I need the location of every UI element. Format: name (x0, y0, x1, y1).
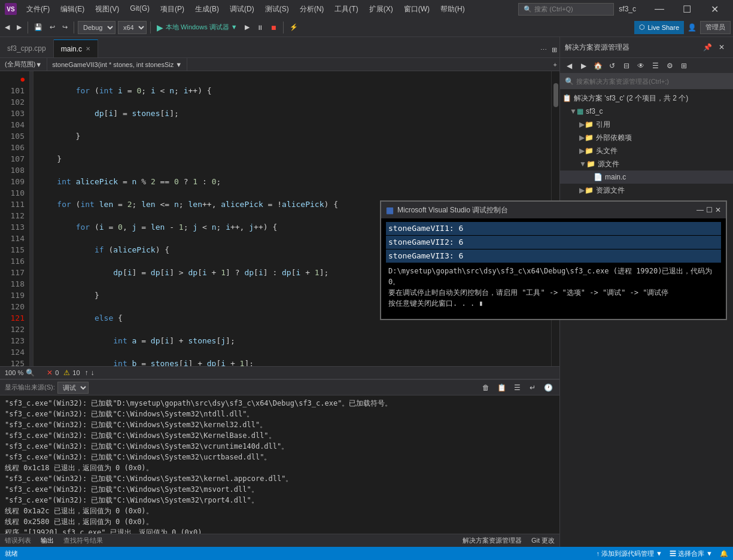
panel-tab-errors[interactable]: 错误列表 (5, 536, 31, 545)
se-filter-button[interactable]: ☰ (649, 59, 662, 72)
expand-icon: ▼ (579, 160, 586, 168)
panel-clear-button[interactable]: 🗑 (479, 381, 492, 394)
debug-hint-1: 要在调试停止时自动关闭控制台，请启用 "工具" -> "选项" -> "调试" … (386, 287, 721, 298)
se-search: 🔍 (560, 74, 733, 89)
notification-icon[interactable]: 🔔 (720, 550, 728, 558)
maximize-button[interactable]: ☐ (673, 0, 701, 18)
close-button[interactable]: ✕ (701, 0, 728, 18)
pause-button[interactable]: ⏸ (254, 20, 266, 35)
se-project-sf3c[interactable]: ▼ ▦ sf3_c (560, 105, 733, 118)
select-repo-button[interactable]: ☰ 选择合库 ▼ (670, 549, 713, 558)
debug-console-minimize[interactable]: — (696, 206, 704, 214)
se-back-button[interactable]: ◀ (562, 59, 576, 72)
output-line: 程序 "[19920] sf3_c.exe" 已退出，返回值为 0 (0x0)。 (5, 527, 555, 534)
scrollbar-thumb[interactable] (553, 83, 558, 107)
nav-down[interactable]: ↓ (91, 369, 95, 377)
live-share-button[interactable]: ⬡ Live Share (634, 21, 684, 34)
undo-button[interactable]: ↩ (47, 20, 57, 35)
tab-sf3-cpp[interactable]: sf3_cpp.cpp (0, 39, 54, 57)
output-line: "sf3_c.exe"(Win32): 已加载"D:\mysetup\gopat… (5, 398, 555, 409)
line-number: 108 (5, 165, 25, 176)
global-search[interactable]: 🔍 搜索 (Ctrl+Q) (518, 3, 614, 16)
menu-test[interactable]: 测试(S) (260, 3, 294, 16)
menu-debug[interactable]: 调试(D) (225, 3, 259, 16)
menu-edit[interactable]: 编辑(E) (56, 3, 89, 16)
nav-up[interactable]: ↑ (85, 369, 89, 377)
debug-console-header: ▦ Microsoft Visual Studio 调试控制台 — ☐ ✕ (381, 202, 726, 218)
folder-icon: 📁 (585, 133, 594, 142)
se-settings-button[interactable]: ⚙ (663, 59, 676, 72)
se-resources[interactable]: ▶ 📁 资源文件 (560, 184, 733, 197)
tab-close-button[interactable]: ✕ (86, 45, 90, 52)
se-forward-button[interactable]: ▶ (577, 59, 590, 72)
menu-help[interactable]: 帮助(H) (436, 3, 470, 16)
redo-button[interactable]: ↪ (60, 20, 70, 35)
se-show-all-button[interactable]: 👁 (634, 59, 647, 72)
menu-tools[interactable]: 工具(T) (330, 3, 363, 16)
code-line-112: int a = dp[i] + stones[j]; (38, 335, 546, 346)
se-headers[interactable]: ▶ 📁 头文件 (560, 144, 733, 157)
menu-git[interactable]: Git(G) (125, 3, 154, 16)
menu-build[interactable]: 生成(B) (190, 3, 224, 16)
panel-copy-button[interactable]: 📋 (495, 381, 508, 394)
admin-button[interactable]: 管理员 (700, 21, 731, 34)
menu-analyze[interactable]: 分析(N) (295, 3, 329, 16)
run-button[interactable]: ▶ 本地 Windows 调试器 ▼ (154, 20, 240, 35)
se-home-button[interactable]: 🏠 (591, 59, 604, 72)
menu-view[interactable]: 视图(V) (90, 3, 124, 16)
tab-options-button[interactable]: ⋯ (538, 42, 549, 57)
debug-continue-text: D:\mysetup\gopath\src\dsy\sf3_c\x64\Debu… (386, 263, 721, 287)
se-sources[interactable]: ▼ 📁 源文件 (560, 157, 733, 171)
se-refresh-button[interactable]: ↺ (606, 59, 619, 72)
panel-filter-button[interactable]: ☰ (510, 381, 524, 394)
debug-console-close[interactable]: ✕ (715, 206, 721, 214)
continue-button[interactable]: ▶ (242, 20, 252, 35)
panel-clock-button[interactable]: 🕐 (542, 381, 555, 394)
line-number: 114 (5, 233, 25, 244)
menu-file[interactable]: 文件(F) (22, 3, 54, 16)
line-numbers: ● 101 102 103 104 105 106 107 108 109 11… (0, 71, 30, 366)
error-count: 0 (55, 369, 59, 376)
se-external-deps[interactable]: ▶ 📁 外部依赖项 (560, 131, 733, 144)
title-right: 🔍 搜索 (Ctrl+Q) sf3_c — ☐ ✕ (518, 0, 728, 18)
tab-main-c[interactable]: main.c ✕ (54, 39, 98, 57)
se-close-button[interactable]: ✕ (715, 41, 728, 54)
se-expand-button[interactable]: ⊞ (677, 59, 691, 72)
output-source-select[interactable]: 调试 (57, 382, 89, 394)
debug-console-maximize[interactable]: ☐ (706, 206, 713, 214)
panel-wrap-button[interactable]: ↵ (526, 381, 539, 394)
se-main-c[interactable]: 📄 main.c (560, 171, 733, 184)
solution-explorer-footer-label[interactable]: 解决方案资源管理器 (463, 536, 522, 545)
debug-mode-dropdown[interactable]: Debug (78, 21, 115, 34)
scope-selector[interactable]: (全局范围) ▼ (0, 58, 47, 71)
se-references[interactable]: ▶ 📁 引用 (560, 118, 733, 131)
save-button[interactable]: 💾 (32, 20, 45, 35)
line-number: 101 (5, 85, 25, 96)
se-title: 解决方案资源管理器 (565, 42, 629, 53)
menu-extensions[interactable]: 扩展(X) (364, 3, 398, 16)
se-search-input[interactable] (576, 78, 728, 85)
breakpoint-indicator[interactable]: ● (5, 74, 25, 85)
performance-button[interactable]: ⚡ (287, 20, 300, 35)
code-line-105: int alicePick = n % 2 == 0 ? 1 : 0; (38, 176, 546, 187)
se-collapse-button[interactable]: ⊟ (620, 59, 633, 72)
expand-icon: ▶ (579, 147, 585, 155)
menu-project[interactable]: 项目(P) (156, 3, 189, 16)
stop-button[interactable]: ⏹ (268, 20, 279, 35)
menu-window[interactable]: 窗口(W) (399, 3, 434, 16)
panel-footer: 错误列表 输出 查找符号结果 解决方案资源管理器 Git 更改 (0, 534, 559, 547)
se-pin-button[interactable]: 📌 (701, 41, 714, 54)
panel-tab-find[interactable]: 查找符号结果 (63, 536, 103, 545)
platform-dropdown[interactable]: x64 (118, 21, 147, 34)
add-scope-button[interactable]: + (551, 57, 559, 72)
minimize-button[interactable]: — (646, 0, 673, 18)
function-selector[interactable]: stoneGameVII3(int * stones, int stonesSi… (47, 58, 187, 71)
forward-button[interactable]: ▶ (14, 20, 24, 35)
split-button[interactable]: ⊞ (549, 42, 559, 57)
add-to-vcs-button[interactable]: ↑ 添加到源代码管理 ▼ (597, 549, 663, 558)
back-button[interactable]: ◀ (2, 20, 12, 35)
output-line: "sf3_c.exe"(Win32): 已加载"C:\Windows\Syste… (5, 495, 555, 506)
line-number: 121 (5, 312, 25, 324)
panel-tab-output[interactable]: 输出 (41, 536, 54, 545)
git-changes-label[interactable]: Git 更改 (531, 536, 555, 545)
